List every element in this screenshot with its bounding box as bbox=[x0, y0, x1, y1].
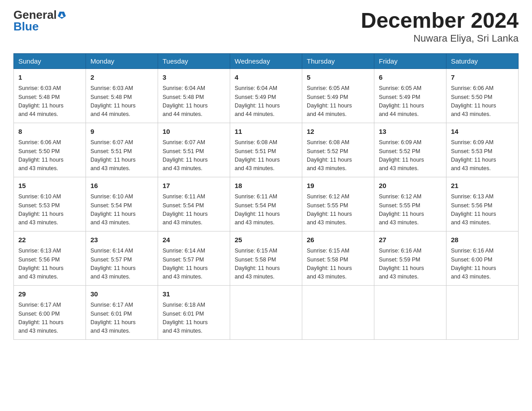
day-number: 28 bbox=[451, 235, 514, 245]
day-info: Sunrise: 6:17 AMSunset: 6:01 PMDaylight:… bbox=[90, 301, 153, 336]
header-monday: Monday bbox=[86, 53, 158, 68]
calendar-week-1: 1Sunrise: 6:03 AMSunset: 5:48 PMDaylight… bbox=[14, 68, 519, 123]
day-number: 23 bbox=[90, 235, 153, 245]
day-info: Sunrise: 6:05 AMSunset: 5:49 PMDaylight:… bbox=[379, 84, 442, 119]
day-info: Sunrise: 6:13 AMSunset: 5:56 PMDaylight:… bbox=[451, 193, 514, 227]
day-info: Sunrise: 6:03 AMSunset: 5:48 PMDaylight:… bbox=[90, 84, 153, 119]
day-info: Sunrise: 6:15 AMSunset: 5:58 PMDaylight:… bbox=[235, 247, 297, 282]
logo-blue: Blue bbox=[13, 21, 66, 32]
day-number: 4 bbox=[235, 73, 297, 83]
day-number: 26 bbox=[307, 235, 369, 245]
logo-triangle-icon bbox=[58, 11, 66, 19]
day-info: Sunrise: 6:06 AMSunset: 5:50 PMDaylight:… bbox=[18, 138, 81, 173]
header-friday: Friday bbox=[374, 53, 446, 68]
day-info: Sunrise: 6:06 AMSunset: 5:50 PMDaylight:… bbox=[451, 84, 514, 119]
day-info: Sunrise: 6:14 AMSunset: 5:57 PMDaylight:… bbox=[163, 247, 225, 282]
day-info: Sunrise: 6:17 AMSunset: 6:00 PMDaylight:… bbox=[18, 301, 81, 336]
calendar-cell: 12Sunrise: 6:08 AMSunset: 5:52 PMDayligh… bbox=[302, 123, 374, 177]
day-info: Sunrise: 6:08 AMSunset: 5:52 PMDaylight:… bbox=[307, 138, 369, 173]
calendar-cell bbox=[374, 285, 446, 339]
calendar-cell: 8Sunrise: 6:06 AMSunset: 5:50 PMDaylight… bbox=[14, 123, 86, 177]
calendar-cell: 21Sunrise: 6:13 AMSunset: 5:56 PMDayligh… bbox=[446, 177, 519, 231]
day-info: Sunrise: 6:10 AMSunset: 5:54 PMDaylight:… bbox=[90, 193, 153, 227]
day-number: 9 bbox=[90, 127, 153, 137]
calendar-week-5: 29Sunrise: 6:17 AMSunset: 6:00 PMDayligh… bbox=[14, 285, 519, 339]
logo-general: General bbox=[13, 9, 66, 21]
day-number: 10 bbox=[163, 127, 225, 137]
day-info: Sunrise: 6:15 AMSunset: 5:58 PMDaylight:… bbox=[307, 247, 369, 282]
day-info: Sunrise: 6:12 AMSunset: 5:55 PMDaylight:… bbox=[379, 193, 442, 227]
day-number: 13 bbox=[379, 127, 442, 137]
day-info: Sunrise: 6:09 AMSunset: 5:52 PMDaylight:… bbox=[379, 138, 442, 173]
day-number: 21 bbox=[451, 181, 514, 191]
calendar-header-row: Sunday Monday Tuesday Wednesday Thursday… bbox=[14, 53, 519, 68]
day-number: 30 bbox=[90, 289, 153, 300]
day-number: 27 bbox=[379, 235, 442, 245]
day-info: Sunrise: 6:11 AMSunset: 5:54 PMDaylight:… bbox=[163, 193, 225, 227]
day-info: Sunrise: 6:16 AMSunset: 6:00 PMDaylight:… bbox=[451, 247, 514, 282]
calendar-cell: 24Sunrise: 6:14 AMSunset: 5:57 PMDayligh… bbox=[158, 231, 230, 285]
day-number: 22 bbox=[18, 235, 81, 245]
calendar-cell: 31Sunrise: 6:18 AMSunset: 6:01 PMDayligh… bbox=[158, 285, 230, 339]
header-wednesday: Wednesday bbox=[230, 53, 302, 68]
calendar-week-4: 22Sunrise: 6:13 AMSunset: 5:56 PMDayligh… bbox=[14, 231, 519, 285]
calendar-cell bbox=[302, 285, 374, 339]
day-number: 16 bbox=[90, 181, 153, 191]
day-number: 18 bbox=[235, 181, 297, 191]
calendar-cell: 3Sunrise: 6:04 AMSunset: 5:48 PMDaylight… bbox=[158, 68, 230, 123]
day-info: Sunrise: 6:14 AMSunset: 5:57 PMDaylight:… bbox=[90, 247, 153, 282]
calendar-cell: 14Sunrise: 6:09 AMSunset: 5:53 PMDayligh… bbox=[446, 123, 519, 177]
day-number: 11 bbox=[235, 127, 297, 137]
day-number: 17 bbox=[163, 181, 225, 191]
day-number: 12 bbox=[307, 127, 369, 137]
day-number: 31 bbox=[163, 289, 225, 300]
day-info: Sunrise: 6:13 AMSunset: 5:56 PMDaylight:… bbox=[18, 247, 81, 282]
calendar-cell: 10Sunrise: 6:07 AMSunset: 5:51 PMDayligh… bbox=[158, 123, 230, 177]
day-number: 3 bbox=[163, 73, 225, 83]
day-info: Sunrise: 6:08 AMSunset: 5:51 PMDaylight:… bbox=[235, 138, 297, 173]
title-block: December 2024 Nuwara Eliya, Sri Lanka bbox=[361, 9, 519, 44]
day-number: 14 bbox=[451, 127, 514, 137]
month-title: December 2024 bbox=[361, 9, 519, 33]
calendar-cell: 13Sunrise: 6:09 AMSunset: 5:52 PMDayligh… bbox=[374, 123, 446, 177]
calendar-cell: 28Sunrise: 6:16 AMSunset: 6:00 PMDayligh… bbox=[446, 231, 519, 285]
calendar-cell: 15Sunrise: 6:10 AMSunset: 5:53 PMDayligh… bbox=[14, 177, 86, 231]
calendar-cell: 23Sunrise: 6:14 AMSunset: 5:57 PMDayligh… bbox=[86, 231, 158, 285]
calendar-cell: 27Sunrise: 6:16 AMSunset: 5:59 PMDayligh… bbox=[374, 231, 446, 285]
calendar-cell: 16Sunrise: 6:10 AMSunset: 5:54 PMDayligh… bbox=[86, 177, 158, 231]
day-number: 2 bbox=[90, 73, 153, 83]
calendar-cell: 2Sunrise: 6:03 AMSunset: 5:48 PMDaylight… bbox=[86, 68, 158, 123]
calendar-week-2: 8Sunrise: 6:06 AMSunset: 5:50 PMDaylight… bbox=[14, 123, 519, 177]
day-number: 5 bbox=[307, 73, 369, 83]
calendar-cell: 4Sunrise: 6:04 AMSunset: 5:49 PMDaylight… bbox=[230, 68, 302, 123]
calendar-cell bbox=[446, 285, 519, 339]
calendar-cell: 18Sunrise: 6:11 AMSunset: 5:54 PMDayligh… bbox=[230, 177, 302, 231]
calendar-cell: 11Sunrise: 6:08 AMSunset: 5:51 PMDayligh… bbox=[230, 123, 302, 177]
day-info: Sunrise: 6:07 AMSunset: 5:51 PMDaylight:… bbox=[163, 138, 225, 173]
day-info: Sunrise: 6:07 AMSunset: 5:51 PMDaylight:… bbox=[90, 138, 153, 173]
logo: General Blue bbox=[13, 9, 66, 32]
day-info: Sunrise: 6:09 AMSunset: 5:53 PMDaylight:… bbox=[451, 138, 514, 173]
location-title: Nuwara Eliya, Sri Lanka bbox=[361, 33, 519, 44]
page-header: General Blue December 2024 Nuwara Eliya,… bbox=[13, 9, 519, 44]
day-number: 1 bbox=[18, 73, 81, 83]
day-number: 24 bbox=[163, 235, 225, 245]
header-sunday: Sunday bbox=[14, 53, 86, 68]
calendar-cell: 1Sunrise: 6:03 AMSunset: 5:48 PMDaylight… bbox=[14, 68, 86, 123]
day-number: 6 bbox=[379, 73, 442, 83]
calendar-cell: 30Sunrise: 6:17 AMSunset: 6:01 PMDayligh… bbox=[86, 285, 158, 339]
calendar-cell: 17Sunrise: 6:11 AMSunset: 5:54 PMDayligh… bbox=[158, 177, 230, 231]
calendar-cell bbox=[230, 285, 302, 339]
calendar-cell: 7Sunrise: 6:06 AMSunset: 5:50 PMDaylight… bbox=[446, 68, 519, 123]
day-number: 15 bbox=[18, 181, 81, 191]
calendar-cell: 20Sunrise: 6:12 AMSunset: 5:55 PMDayligh… bbox=[374, 177, 446, 231]
calendar-cell: 19Sunrise: 6:12 AMSunset: 5:55 PMDayligh… bbox=[302, 177, 374, 231]
day-info: Sunrise: 6:12 AMSunset: 5:55 PMDaylight:… bbox=[307, 193, 369, 227]
calendar-cell: 22Sunrise: 6:13 AMSunset: 5:56 PMDayligh… bbox=[14, 231, 86, 285]
day-number: 29 bbox=[18, 289, 81, 300]
day-number: 19 bbox=[307, 181, 369, 191]
calendar-cell: 26Sunrise: 6:15 AMSunset: 5:58 PMDayligh… bbox=[302, 231, 374, 285]
header-saturday: Saturday bbox=[446, 53, 519, 68]
calendar-cell: 25Sunrise: 6:15 AMSunset: 5:58 PMDayligh… bbox=[230, 231, 302, 285]
day-info: Sunrise: 6:04 AMSunset: 5:48 PMDaylight:… bbox=[163, 84, 225, 119]
